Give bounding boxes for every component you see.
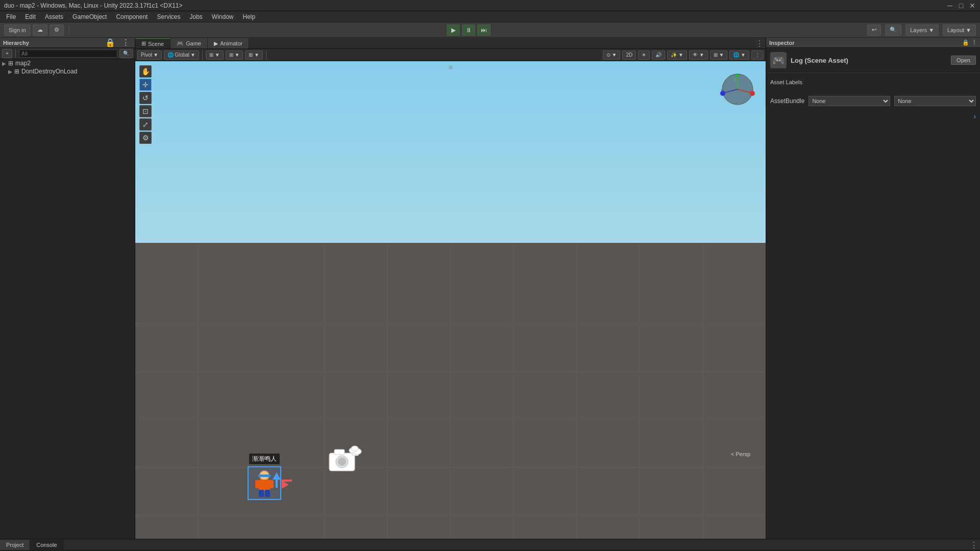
tab-console[interactable]: Console <box>30 540 63 550</box>
close-button[interactable]: ✕ <box>969 2 976 9</box>
asset-bundle-variant-select[interactable]: None <box>894 96 976 106</box>
scale-tool-button[interactable]: ⊡ <box>139 105 152 117</box>
menu-jobs[interactable]: Jobs <box>185 12 206 21</box>
scene-tools: ✋ ✛ ↺ ⊡ ⤢ ⚙ <box>139 65 152 144</box>
menu-help[interactable]: Help <box>239 12 260 21</box>
titlebar-controls: ─ □ ✕ <box>946 2 976 9</box>
svg-text:z: z <box>721 88 723 93</box>
inspector-more-button[interactable]: ⋮ <box>971 39 977 46</box>
hierarchy-header-right: 🔒 ⋮ <box>103 38 132 47</box>
inspector-header-icons: 🔒 ⋮ <box>962 39 977 46</box>
move-tool-button[interactable]: ✛ <box>139 79 152 91</box>
hierarchy-item-map2[interactable]: ▶ ⊞ map2 <box>0 59 135 67</box>
menu-component[interactable]: Component <box>112 12 152 21</box>
dontdestroy-arrow-icon: ▶ <box>8 69 14 74</box>
scene-tab-icon: ⊞ <box>141 40 146 47</box>
account-group: Sign in ☁ ⚙ <box>4 24 64 36</box>
asset-bundle-select[interactable]: None <box>808 96 890 106</box>
asset-labels-title: Asset Labels <box>770 79 802 85</box>
pivot-button[interactable]: Pivot ▼ <box>137 51 162 60</box>
transform-tool-button[interactable]: ⚙ <box>139 132 152 144</box>
snap-toggle[interactable]: ⊞ ▼ <box>226 51 243 60</box>
game-tab-icon: 🎮 <box>177 40 184 47</box>
effects-button[interactable]: ✨ ▼ <box>667 51 687 60</box>
menu-assets[interactable]: Assets <box>41 12 67 21</box>
map2-arrow-icon: ▶ <box>2 61 8 66</box>
view-options[interactable]: ⊞ ▼ <box>245 51 263 60</box>
hierarchy-item-dontdestroy-label: DontDestroyOnLoad <box>21 68 77 75</box>
scene-viewport[interactable]: ✋ ✛ ↺ ⊡ ⤢ ⚙ 渐渐鸣人 <box>135 61 766 539</box>
open-asset-button[interactable]: Open <box>951 56 976 65</box>
cloud-button[interactable]: ☁ <box>33 24 47 36</box>
hierarchy-more-icon[interactable]: ⋮ <box>119 38 132 47</box>
tab-project[interactable]: Project <box>0 540 30 550</box>
pause-button[interactable]: ⏸ <box>462 24 475 36</box>
camera-icon <box>324 445 365 476</box>
hidden-button[interactable]: 👁 ▼ <box>689 51 708 60</box>
hierarchy-lock-icon[interactable]: 🔒 <box>103 38 117 47</box>
hierarchy-search-toggle[interactable]: 🔍 <box>119 49 133 58</box>
project-tab-label: Project <box>6 542 23 548</box>
overlay-button[interactable]: ⊞ ▼ <box>710 51 728 60</box>
scene-gizmo[interactable]: y x z <box>720 71 755 109</box>
lighting-button[interactable]: ☀ <box>638 51 650 60</box>
animator-tab-label: Animator <box>220 40 242 46</box>
sky-region <box>135 61 766 243</box>
inspector-lock-button[interactable]: 🔒 <box>962 39 969 46</box>
asset-bundle-row: AssetBundle None None <box>766 92 980 110</box>
character-object[interactable]: 渐渐鸣人 <box>248 454 281 488</box>
search-button[interactable]: 🔍 <box>885 24 901 36</box>
layers-button[interactable]: Layers ▼ <box>905 24 939 36</box>
menu-file[interactable]: File <box>2 12 20 21</box>
hierarchy-title: Hierarchy <box>3 40 29 46</box>
undo-history-button[interactable]: ↩ <box>867 24 881 36</box>
svg-text:y: y <box>734 77 737 82</box>
audio-button[interactable]: 🔊 <box>652 51 665 60</box>
center-area: ⊞ Scene 🎮 Game ▶ Animator ⋮ Pivot ▼ 🌐 Gl… <box>135 38 766 539</box>
play-button[interactable]: ▶ <box>447 24 460 36</box>
render-button[interactable]: 🌐 ▼ <box>729 51 749 60</box>
tab-scene[interactable]: ⊞ Scene <box>135 38 170 48</box>
scene-gizmo-button[interactable]: ⊙ ▼ <box>603 51 621 60</box>
view-tabs-more[interactable]: ⋮ <box>753 39 766 48</box>
menu-edit[interactable]: Edit <box>21 12 40 21</box>
2d-button[interactable]: 2D <box>622 51 636 60</box>
global-button[interactable]: 🌐 Global ▼ <box>164 51 199 60</box>
map2-scene-icon: ⊞ <box>8 60 13 67</box>
hand-tool-button[interactable]: ✋ <box>139 65 152 78</box>
bottom-tabs-more[interactable]: ⋮ <box>968 540 980 550</box>
tab-animator[interactable]: ▶ Animator <box>208 38 249 48</box>
scene-resize-handle[interactable]: ≡ <box>448 63 452 71</box>
tab-game[interactable]: 🎮 Game <box>170 38 208 48</box>
console-tab-label: Console <box>36 542 57 548</box>
step-button[interactable]: ⏭ <box>477 24 491 36</box>
menu-gameobject[interactable]: GameObject <box>68 12 111 21</box>
hierarchy-header: Hierarchy 🔒 ⋮ <box>0 38 135 48</box>
asset-name-label: Log (Scene Asset) <box>791 57 848 64</box>
hierarchy-item-dontdestroy[interactable]: ▶ ⊞ DontDestroyOnLoad <box>0 67 135 76</box>
maximize-button[interactable]: □ <box>958 2 965 9</box>
grid-toggle[interactable]: ⊞ ▼ <box>206 51 224 60</box>
menu-window[interactable]: Window <box>208 12 238 21</box>
asset-icon: 🎮 <box>770 52 787 68</box>
gizmo-svg: y x z <box>720 71 755 107</box>
rotate-tool-button[interactable]: ↺ <box>139 92 152 104</box>
titlebar: duo - map2 - Windows, Mac, Linux - Unity… <box>0 0 980 11</box>
inspector-panel: Inspector 🔒 ⋮ 🎮 Log (Scene Asset) Open A… <box>766 38 980 539</box>
layout-button[interactable]: Layout ▼ <box>943 24 976 36</box>
hierarchy-search-input[interactable] <box>19 49 117 58</box>
inspector-expand-icon[interactable]: › <box>973 112 976 120</box>
more-scene-button[interactable]: ⋮ <box>751 51 764 60</box>
layers-arrow-icon: ▼ <box>928 27 934 33</box>
rect-tool-button[interactable]: ⤢ <box>139 118 152 131</box>
minimize-button[interactable]: ─ <box>946 2 953 9</box>
camera-object[interactable] <box>324 445 365 478</box>
bottom-panel: Project Console ⋮ Clear ▼ Collapse Error… <box>0 539 980 551</box>
menu-services[interactable]: Services <box>153 12 184 21</box>
inspector-expand-area: › <box>766 110 980 122</box>
sign-in-button[interactable]: Sign in <box>4 24 31 36</box>
svg-point-21 <box>351 446 358 451</box>
global-label: Global <box>175 52 189 58</box>
settings-button[interactable]: ⚙ <box>50 24 64 36</box>
hierarchy-add-button[interactable]: + <box>2 49 12 58</box>
